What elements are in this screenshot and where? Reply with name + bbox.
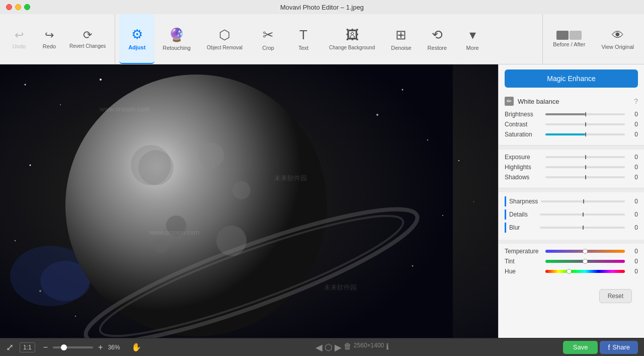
- temperature-row: Temperature 0: [505, 248, 638, 255]
- details-slider[interactable]: [540, 213, 625, 216]
- temperature-slider[interactable]: [545, 250, 625, 253]
- file-icon: ⬡: [325, 342, 333, 353]
- tint-value: 0: [628, 258, 638, 265]
- adjust-label: Adjust: [128, 44, 145, 50]
- info-button[interactable]: ℹ: [386, 342, 389, 353]
- image-resolution: 2560×1400: [354, 342, 384, 353]
- text-icon: T: [299, 27, 307, 43]
- temperature-value: 0: [628, 248, 638, 255]
- saturation-center-marker: [585, 132, 586, 136]
- restore-tool[interactable]: ⟲ Restore: [420, 14, 455, 64]
- saturation-slider[interactable]: [545, 133, 625, 135]
- redo-button[interactable]: ↪ Redo: [34, 26, 64, 52]
- text-tool[interactable]: T Text: [286, 14, 321, 64]
- right-panel: Magic Enhance ✏ White balance ? Brightne…: [498, 64, 644, 338]
- delete-button[interactable]: 🗑: [344, 342, 352, 353]
- exposure-slider[interactable]: [545, 156, 625, 158]
- highlights-row: Highlights 0: [505, 164, 638, 171]
- highlights-slider[interactable]: [545, 166, 625, 168]
- svg-point-23: [232, 181, 251, 199]
- toolbar-history: ↩ Undo ↪ Redo ⟳ Revert Changes: [0, 14, 115, 64]
- sharpness-label: Sharpness: [509, 198, 538, 205]
- revert-label: Revert Changes: [69, 43, 106, 49]
- next-image-button[interactable]: ▶: [335, 342, 342, 353]
- svg-point-7: [376, 114, 378, 116]
- brightness-value: 0: [628, 111, 638, 118]
- details-center-marker: [583, 212, 584, 217]
- hue-slider[interactable]: [545, 270, 625, 273]
- fit-to-screen-button[interactable]: ⤢: [6, 342, 14, 353]
- undo-label: Undo: [13, 43, 26, 49]
- prev-image-button[interactable]: ◀: [315, 342, 323, 353]
- before-icon: [556, 31, 569, 40]
- svg-point-9: [412, 265, 414, 267]
- tint-slider[interactable]: [545, 260, 625, 263]
- text-label: Text: [298, 45, 308, 51]
- after-icon: [570, 31, 582, 40]
- svg-point-4: [100, 79, 102, 81]
- view-original-button[interactable]: 👁 View Original: [595, 25, 640, 53]
- facebook-icon: f: [608, 343, 610, 351]
- change-background-tool[interactable]: 🖼 Change Background: [321, 14, 383, 64]
- before-after-button[interactable]: Before / After: [547, 28, 591, 50]
- toolbar: ↩ Undo ↪ Redo ⟳ Revert Changes ⚙ Adjust …: [0, 14, 644, 64]
- undo-button[interactable]: ↩ Undo: [4, 26, 34, 52]
- share-button[interactable]: f Share: [600, 341, 638, 354]
- sharpness-slider[interactable]: [541, 200, 625, 202]
- svg-point-13: [30, 165, 31, 166]
- brightness-center-marker: [585, 112, 586, 116]
- zoom-out-button[interactable]: −: [41, 342, 50, 353]
- redo-label: Redo: [43, 43, 56, 49]
- help-icon[interactable]: ?: [634, 97, 638, 105]
- change-background-label: Change Background: [329, 45, 375, 51]
- shadows-slider[interactable]: [545, 176, 625, 178]
- hue-value: 0: [628, 268, 638, 275]
- titlebar: Movavi Photo Editor – 1.jpeg: [0, 0, 644, 14]
- zoom-1to1-button[interactable]: 1:1: [20, 342, 35, 352]
- object-removal-tool[interactable]: ⬡ Object Removal: [199, 14, 251, 64]
- retouching-icon: 🔮: [169, 27, 185, 43]
- action-buttons: Save f Share: [563, 341, 638, 354]
- canvas-area[interactable]: www.orsoon.com 未来软件园 www.orsoon.com 未来软件…: [0, 64, 498, 338]
- maximize-button[interactable]: [24, 4, 30, 10]
- exposure-label: Exposure: [505, 154, 542, 161]
- minimize-button[interactable]: [15, 4, 21, 10]
- divider-3: [499, 240, 644, 244]
- svg-point-16: [65, 75, 327, 336]
- denoise-tool[interactable]: ⊞ Denoise: [383, 14, 419, 64]
- svg-point-2: [25, 84, 26, 86]
- white-balance-label: White balance: [518, 98, 630, 105]
- zoom-slider[interactable]: [53, 346, 93, 348]
- highlights-center-marker: [585, 165, 586, 169]
- contrast-row: Contrast 0: [505, 121, 638, 128]
- brightness-slider[interactable]: [545, 113, 625, 115]
- hand-tool-button[interactable]: ✋: [131, 342, 141, 352]
- zoom-in-button[interactable]: +: [96, 342, 105, 353]
- contrast-slider[interactable]: [545, 123, 625, 125]
- blur-slider[interactable]: [540, 227, 625, 229]
- magic-enhance-button[interactable]: Magic Enhance: [505, 69, 638, 88]
- blur-center-marker: [583, 226, 584, 230]
- reset-button[interactable]: Reset: [599, 289, 632, 303]
- traffic-lights: [6, 4, 30, 10]
- revert-icon: ⟳: [83, 29, 92, 42]
- saturation-value: 0: [628, 131, 638, 138]
- denoise-label: Denoise: [391, 45, 411, 51]
- divider-2: [499, 188, 644, 192]
- save-button[interactable]: Save: [563, 341, 598, 354]
- svg-point-3: [60, 104, 61, 105]
- zoom-thumb[interactable]: [61, 344, 67, 350]
- window-title: Movavi Photo Editor – 1.jpeg: [280, 4, 364, 11]
- close-button[interactable]: [6, 4, 12, 10]
- revert-button[interactable]: ⟳ Revert Changes: [64, 26, 111, 52]
- adjust-tool[interactable]: ⚙ Adjust: [119, 14, 154, 64]
- adjust-icon: ⚙: [131, 27, 143, 42]
- crop-tool[interactable]: ✂ Crop: [251, 14, 286, 64]
- before-after-icons: [556, 31, 582, 40]
- svg-point-5: [402, 89, 404, 91]
- change-background-icon: 🖼: [346, 27, 359, 43]
- more-tool[interactable]: ▾ More: [455, 14, 490, 64]
- retouching-tool[interactable]: 🔮 Retouching: [154, 14, 199, 64]
- contrast-label: Contrast: [505, 121, 542, 128]
- exposure-section: Exposure 0 Highlights 0 Shadows: [499, 150, 644, 188]
